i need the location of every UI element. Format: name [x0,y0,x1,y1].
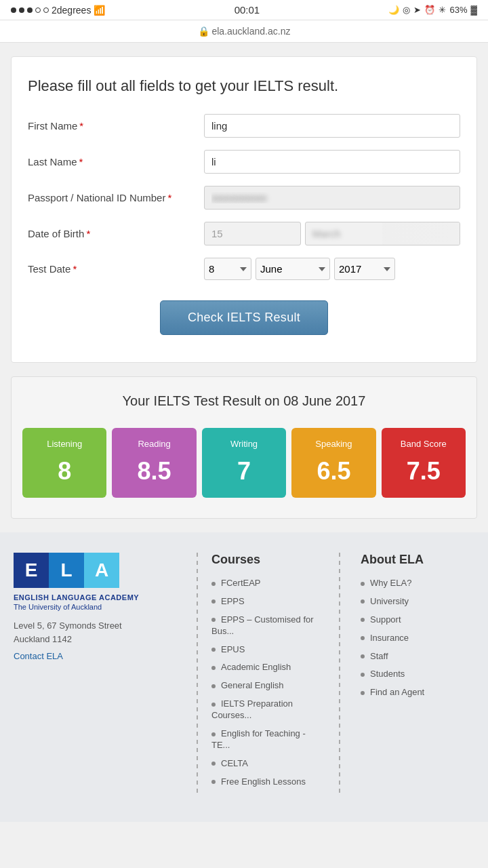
footer-top: E L A ENGLISH LANGUAGE ACADEMY The Unive… [14,553,474,795]
signal-dot-1 [11,7,16,13]
course-link-teaching[interactable]: English for Teaching - TE... [211,728,325,751]
course-link-ielts[interactable]: IELTS Preparation Courses... [211,698,325,722]
moon-icon: 🌙 [388,5,399,15]
course-link-epps-custom[interactable]: EPPS – Customised for Bus... [211,614,325,637]
contact-ela-link[interactable]: Contact ELA [14,651,63,661]
ela-university: The University of Auckland [14,603,169,611]
test-date-day-select[interactable]: 8 [204,258,251,280]
carrier-name: 2degrees [52,5,91,16]
listening-label: Listening [47,439,82,449]
signal-dot-3 [27,7,33,13]
last-name-required: * [79,156,83,167]
battery-text: 63% [449,5,467,15]
last-name-row: Last Name* [28,150,460,174]
status-time: 00:01 [235,4,260,16]
ela-logo-a: A [84,553,119,588]
ela-logo-l: L [49,553,84,588]
about-link-university[interactable]: University [361,596,474,608]
ela-logo: E L A [14,553,169,588]
bluetooth-icon: ✳ [439,5,446,15]
course-link-fcerteap[interactable]: FCertEAP [211,578,325,589]
test-date-label: Test Date* [28,263,204,275]
test-date-inputs: 8 June 2017 [204,258,460,280]
listening-value: 8 [58,457,71,486]
passport-label: Passport / National ID Number* [28,192,204,203]
address-bar[interactable]: 🔒 ela.auckland.ac.nz [0,20,488,43]
footer-address: Level 5, 67 Symonds StreetAuckland 1142 [14,619,169,646]
last-name-input[interactable] [204,150,460,174]
courses-title: Courses [211,553,325,567]
dob-inputs: 15 March [204,222,460,245]
course-link-free[interactable]: Free English Lessons [211,776,325,788]
signal-dot-5 [43,7,49,13]
band-score-box: Band Score 7.5 [382,428,466,498]
course-link-epps[interactable]: EPPS [211,596,325,608]
location-icon: ◎ [403,5,410,15]
wifi-icon: 📶 [94,5,105,16]
signal-dot-4 [35,7,41,13]
footer: E L A ENGLISH LANGUAGE ACADEMY The Unive… [0,532,488,822]
footer-logo-section: E L A ENGLISH LANGUAGE ACADEMY The Unive… [14,553,183,795]
ela-logo-e: E [14,553,49,588]
footer-divider-1 [197,553,198,795]
dob-required: * [86,228,90,239]
about-link-students[interactable]: Students [361,669,474,680]
status-bar: 2degrees 📶 00:01 🌙 ◎ ➤ ⏰ ✳ 63% ▓ [0,0,488,20]
footer-divider-2 [339,553,340,795]
lock-icon: 🔒 [198,26,209,37]
band-score-value: 7.5 [407,457,441,486]
speaking-value: 6.5 [317,457,350,486]
dob-row: Date of Birth* 15 March [28,222,460,245]
passport-input[interactable] [204,186,460,210]
writing-value: 7 [237,457,251,486]
results-title: Your IELTS Test Result on 08 June 2017 [22,393,466,409]
about-title: About ELA [361,553,474,567]
test-date-required: * [73,263,77,275]
about-link-why[interactable]: Why ELA? [361,578,474,589]
footer-courses: Courses FCertEAP EPPS EPPS – Customised … [211,553,325,795]
check-result-button[interactable]: Check IELTS Result [160,300,328,335]
dob-month-blurred: March [305,222,460,245]
first-name-required: * [79,120,83,132]
url-text: ela.auckland.ac.nz [211,26,290,37]
test-date-year-select[interactable]: 2017 [334,258,395,280]
first-name-input[interactable] [204,114,460,138]
passport-required: * [167,192,171,203]
status-left: 2degrees 📶 [11,5,105,16]
alarm-icon: ⏰ [424,5,435,15]
writing-score-box: Writing 7 [202,428,286,498]
passport-row: Passport / National ID Number* [28,186,460,210]
course-link-general[interactable]: General English [211,680,325,692]
scores-grid: Listening 8 Reading 8.5 Writing 7 Speaki… [22,428,466,498]
footer-about: About ELA Why ELA? University Support In… [354,553,474,795]
ela-full-name: ENGLISH LANGUAGE ACADEMY [14,593,169,601]
form-card: Please fill out all fields to get your I… [11,56,477,363]
signal-dot-2 [19,7,24,13]
results-card: Your IELTS Test Result on 08 June 2017 L… [11,376,477,519]
course-link-celta[interactable]: CELTA [211,758,325,770]
reading-score-box: Reading 8.5 [112,428,196,498]
test-date-month-select[interactable]: June [256,258,330,280]
writing-label: Writing [230,439,258,449]
about-link-support[interactable]: Support [361,614,474,626]
course-link-academic[interactable]: Academic English [211,662,325,673]
about-link-agent[interactable]: Find an Agent [361,687,474,698]
speaking-score-box: Speaking 6.5 [291,428,375,498]
reading-label: Reading [138,439,170,449]
listening-score-box: Listening 8 [22,428,106,498]
about-link-staff[interactable]: Staff [361,651,474,663]
dob-day-blurred: 15 [204,222,301,245]
form-title: Please fill out all fields to get your I… [28,77,460,95]
first-name-label: First Name* [28,120,204,132]
reading-value: 8.5 [138,457,171,486]
speaking-label: Speaking [315,439,352,449]
status-right: 🌙 ◎ ➤ ⏰ ✳ 63% ▓ [388,5,477,15]
test-date-row: Test Date* 8 June 2017 [28,258,460,280]
last-name-label: Last Name* [28,156,204,167]
about-link-insurance[interactable]: Insurance [361,633,474,644]
battery-icon: ▓ [471,5,477,15]
first-name-row: First Name* [28,114,460,138]
course-link-epus[interactable]: EPUS [211,644,325,656]
arrow-icon: ➤ [413,5,421,15]
band-score-label: Band Score [401,439,447,449]
